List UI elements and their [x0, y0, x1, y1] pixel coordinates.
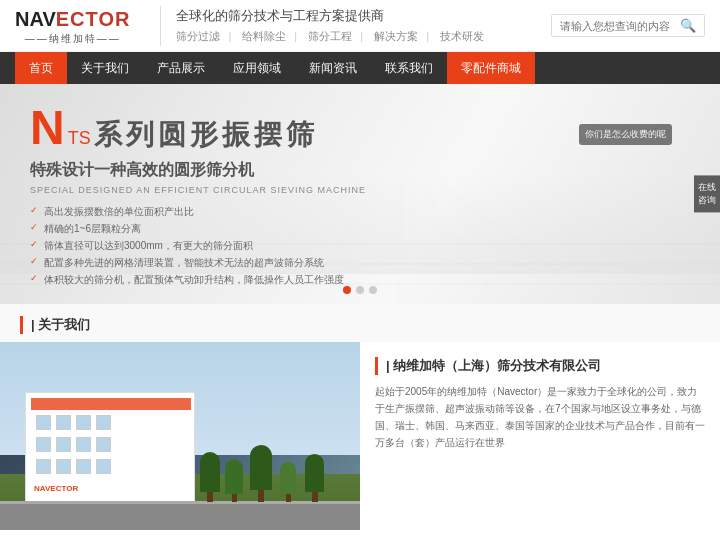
chat-bubble[interactable]: 你们是怎么收费的呢	[579, 124, 672, 145]
nav-item-about[interactable]: 关于我们	[67, 52, 143, 84]
section-title-about: | 关于我们	[20, 316, 700, 334]
logo: NAVECTOR ——纳维加特——	[15, 6, 130, 46]
feature-2: 精确的1~6层颗粒分离	[30, 222, 366, 236]
nav-item-applications[interactable]: 应用领域	[219, 52, 295, 84]
dot-2[interactable]	[356, 286, 364, 294]
slogan-link-1[interactable]: 筛分过滤	[176, 30, 231, 42]
side-btn-line1: 在线	[698, 181, 716, 194]
hero-title: N TS 系列圆形振摆筛	[30, 104, 366, 154]
main-nav: 首页 关于我们 产品展示 应用领域 新闻资讯 联系我们 零配件商城	[0, 52, 720, 84]
hero-features-list: 高出发振摆数倍的单位面积产出比 精确的1~6层颗粒分离 筛体直径可以达到3000…	[30, 205, 366, 287]
chat-side-button[interactable]: 在线 咨询	[694, 175, 720, 212]
about-company-title: | 纳维加特（上海）筛分技术有限公司	[375, 357, 705, 375]
header-divider	[160, 6, 161, 46]
hero-subtitle: 特殊设计一种高效的圆形筛分机	[30, 160, 366, 181]
search-input[interactable]	[560, 20, 680, 32]
slogan-main: 全球化的筛分技术与工程方案提供商	[176, 7, 551, 25]
header-slogan: 全球化的筛分技术与工程方案提供商 筛分过滤 给料除尘 筛分工程 解决方案 技术研…	[176, 7, 551, 44]
about-section-header: | 关于我们	[0, 304, 720, 342]
hero-n-letter: N	[30, 104, 65, 152]
about-description: 起始于2005年的纳维加特（Navector）是一家致力于全球化的公司，致力于生…	[375, 383, 705, 451]
nav-item-contact[interactable]: 联系我们	[371, 52, 447, 84]
hero-content: N TS 系列圆形振摆筛 特殊设计一种高效的圆形筛分机 SPECIAL DESI…	[30, 104, 366, 290]
feature-4: 配置多种先进的网格清理装置，智能技术无法的超声波筛分系统	[30, 256, 366, 270]
feature-5: 体积较大的筛分机，配置预体气动卸升结构，降低操作人员工作强度	[30, 273, 366, 287]
feature-3: 筛体直径可以达到3000mm，有更大的筛分面积	[30, 239, 366, 253]
dot-3[interactable]	[369, 286, 377, 294]
side-btn-line2: 咨询	[698, 194, 716, 207]
hero-ts-text: TS	[68, 128, 91, 149]
about-image: NAVECTOR	[0, 342, 360, 530]
feature-1: 高出发振摆数倍的单位面积产出比	[30, 205, 366, 219]
nav-item-store[interactable]: 零配件商城	[447, 52, 535, 84]
logo-subtitle: ——纳维加特——	[25, 32, 121, 46]
search-icon[interactable]: 🔍	[680, 18, 696, 33]
search-box: 🔍	[551, 14, 705, 37]
slogan-link-4[interactable]: 解决方案	[374, 30, 429, 42]
hero-title-main: 系列圆形振摆筛	[94, 116, 318, 154]
hero-subtitle-en: SPECIAL DESIGNED AN EFFICIENT CIRCULAR S…	[30, 185, 366, 195]
nav-item-home[interactable]: 首页	[15, 52, 67, 84]
about-content: NAVECTOR	[0, 342, 720, 530]
slogan-link-5[interactable]: 技术研发	[440, 30, 492, 42]
dot-1[interactable]	[343, 286, 351, 294]
logo-text: NAVECTOR	[15, 6, 130, 32]
nav-item-products[interactable]: 产品展示	[143, 52, 219, 84]
hero-dots	[343, 286, 377, 294]
header: NAVECTOR ——纳维加特—— 全球化的筛分技术与工程方案提供商 筛分过滤 …	[0, 0, 720, 52]
about-text-area: | 纳维加特（上海）筛分技术有限公司 起始于2005年的纳维加特（Navecto…	[360, 342, 720, 530]
nav-item-news[interactable]: 新闻资讯	[295, 52, 371, 84]
slogan-link-2[interactable]: 给料除尘	[242, 30, 297, 42]
slogan-links: 筛分过滤 给料除尘 筛分工程 解决方案 技术研发	[176, 29, 551, 44]
slogan-link-3[interactable]: 筛分工程	[308, 30, 363, 42]
hero-banner: N TS 系列圆形振摆筛 特殊设计一种高效的圆形筛分机 SPECIAL DESI…	[0, 84, 720, 304]
